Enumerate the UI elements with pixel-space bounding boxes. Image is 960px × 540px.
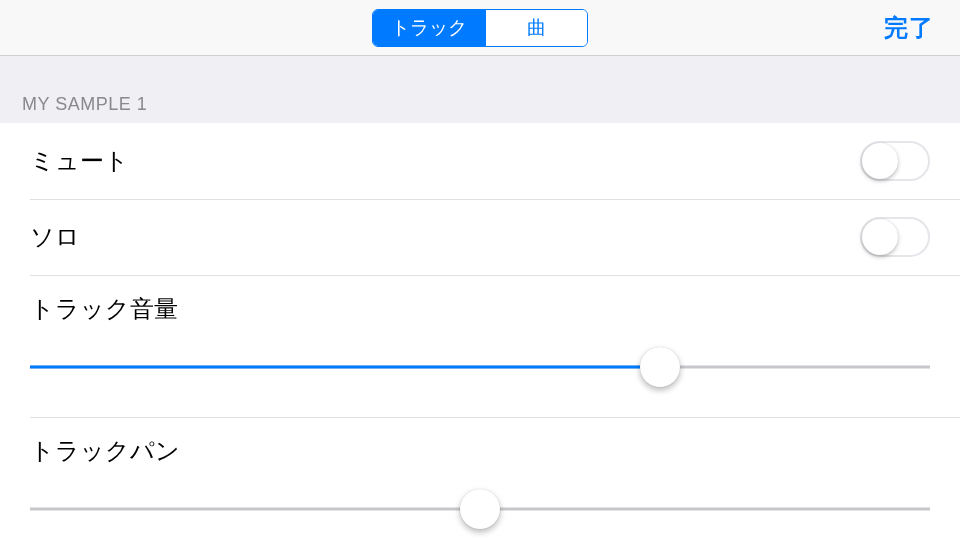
- toggle-thumb-icon: [862, 143, 898, 179]
- tab-song[interactable]: 曲: [485, 10, 587, 46]
- mute-label: ミュート: [30, 145, 129, 177]
- slider-track-fill: [30, 366, 660, 369]
- header-bar: トラック 曲 完了: [0, 0, 960, 56]
- section-header: MY SAMPLE 1: [0, 56, 960, 123]
- done-button-label: 完了: [884, 12, 934, 44]
- done-button[interactable]: 完了: [884, 0, 934, 56]
- track-volume-slider[interactable]: [30, 347, 930, 387]
- track-pan-label: トラックパン: [30, 435, 930, 467]
- section-title: MY SAMPLE 1: [22, 94, 147, 114]
- row-track-pan: トラックパン: [0, 417, 960, 540]
- tab-track[interactable]: トラック: [373, 10, 485, 46]
- solo-toggle[interactable]: [860, 217, 930, 257]
- row-mute: ミュート: [0, 123, 960, 199]
- track-pan-slider[interactable]: [30, 489, 930, 529]
- segmented-control[interactable]: トラック 曲: [372, 9, 588, 47]
- track-volume-label: トラック音量: [30, 293, 930, 325]
- tab-song-label: 曲: [527, 15, 546, 41]
- slider-knob-icon[interactable]: [640, 347, 680, 387]
- slider-knob-icon[interactable]: [460, 489, 500, 529]
- tab-track-label: トラック: [391, 15, 467, 41]
- mute-toggle[interactable]: [860, 141, 930, 181]
- row-track-volume: トラック音量: [0, 275, 960, 417]
- row-solo: ソロ: [0, 199, 960, 275]
- settings-list: ミュート ソロ トラック音量 トラックパン エコー: [0, 123, 960, 540]
- toggle-thumb-icon: [862, 219, 898, 255]
- solo-label: ソロ: [30, 221, 80, 253]
